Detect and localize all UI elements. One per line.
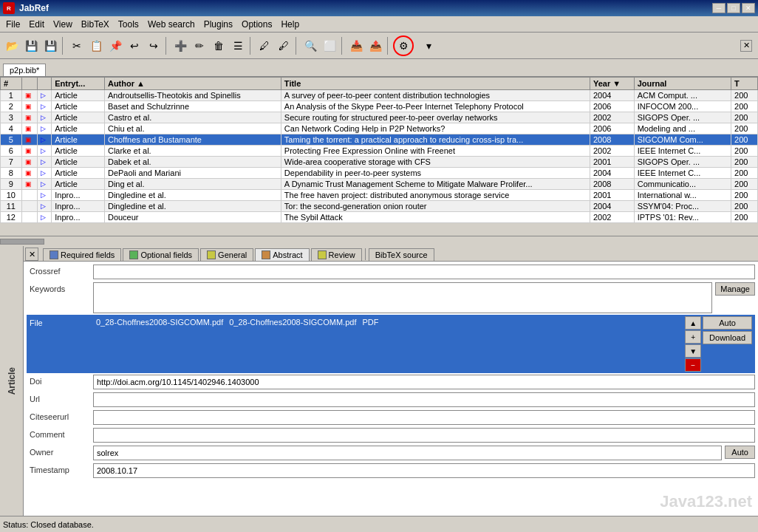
menu-help[interactable]: Help (276, 18, 304, 31)
delete-entry-button[interactable]: 🗑 (210, 37, 228, 55)
mark-button[interactable]: 🖊 (256, 37, 273, 55)
table-row[interactable]: 5 ▣ ▷ Article Choffnes and Bustamante Ta… (1, 134, 758, 146)
file-download-button[interactable]: Download (703, 331, 752, 344)
keywords-input[interactable] (93, 282, 712, 313)
edit-entry-button[interactable]: ✏ (191, 37, 208, 55)
col-header-t[interactable]: T (731, 78, 758, 90)
menu-bibtex[interactable]: BibTeX (77, 18, 114, 31)
row-type: Article (52, 168, 105, 179)
row-title: A survey of peer-to-peer content distrib… (281, 90, 590, 101)
tab-required[interactable]: Required fields (43, 248, 121, 261)
col-header-title[interactable]: Title (281, 78, 590, 90)
table-row[interactable]: 8 ▣ ▷ Article DePaoli and Mariani Depend… (1, 168, 758, 179)
table-row[interactable]: 7 ▣ ▷ Article Dabek et al. Wide-area coo… (1, 157, 758, 168)
close-tab-button[interactable]: ✕ (25, 248, 38, 261)
table-row[interactable]: 12 ▷ Inpro... Douceur The Sybil Attack 2… (1, 212, 758, 223)
file-tab-p2p[interactable]: p2p.bib* (3, 64, 46, 76)
row-num: 2 (1, 101, 22, 112)
new-entry-button[interactable]: ➕ (171, 37, 189, 55)
redo-button[interactable]: ↪ (145, 37, 163, 55)
table-row[interactable]: 3 ▣ ▷ Article Castro et al. Secure routi… (1, 112, 758, 123)
list-view-button[interactable]: ☰ (229, 37, 247, 55)
row-num: 5 (1, 134, 22, 146)
file-auto-button[interactable]: Auto (703, 316, 752, 330)
row-journal: ACM Comput. ... (634, 90, 731, 101)
tab-review-color (318, 250, 327, 259)
tab-general-label: General (218, 250, 247, 259)
owner-auto-button[interactable]: Auto (725, 446, 755, 459)
maximize-button[interactable]: □ (727, 3, 740, 13)
comment-input[interactable] (93, 428, 755, 443)
file-entry-display[interactable]: 0_28-Choffnes2008-SIGCOMM.pdf 0_28-Choff… (93, 316, 685, 328)
file-down-button[interactable]: ▼ (685, 344, 701, 358)
crossref-input[interactable] (93, 265, 755, 279)
full-text-button[interactable]: ⬜ (321, 37, 338, 55)
export-button[interactable]: 📤 (366, 37, 384, 55)
close-panel-button[interactable]: ✕ (740, 40, 752, 52)
row-num: 3 (1, 112, 22, 123)
file-name-1: 0_28-Choffnes2008-SIGCOMM.pdf (96, 318, 223, 327)
table-hscrollbar[interactable] (0, 236, 758, 246)
col-header-journal[interactable]: Journal (634, 78, 731, 90)
col-header-author[interactable]: Author ▲ (104, 78, 281, 90)
tab-optional[interactable]: Optional fields (123, 248, 199, 261)
table-row[interactable]: 11 ▷ Inpro... Dingledine et al. Tor: the… (1, 201, 758, 212)
save-button[interactable]: 💾 (22, 37, 40, 55)
citeseerurl-input[interactable] (93, 410, 755, 425)
undo-button[interactable]: ↩ (126, 37, 143, 55)
import-button[interactable]: 📥 (347, 37, 365, 55)
tab-required-label: Required fields (61, 250, 115, 259)
row-pdf-icon (21, 201, 38, 212)
manage-button[interactable]: Manage (715, 282, 755, 296)
doi-input[interactable] (93, 375, 755, 389)
minimize-button[interactable]: ─ (712, 3, 725, 13)
dropdown-button[interactable]: ▾ (415, 37, 442, 55)
url-input[interactable] (93, 392, 755, 407)
row-author: Baset and Schulzrinne (104, 101, 281, 112)
col-header-type[interactable]: Entryt... (52, 78, 105, 90)
row-type: Inpro... (52, 212, 105, 223)
menu-options[interactable]: Options (237, 18, 276, 31)
menu-tools[interactable]: Tools (114, 18, 143, 31)
owner-input[interactable] (93, 446, 722, 460)
tab-general[interactable]: General (200, 248, 253, 261)
row-num: 11 (1, 201, 22, 212)
cut-button[interactable]: ✂ (68, 37, 86, 55)
tab-review[interactable]: Review (311, 248, 362, 261)
close-button[interactable]: ✕ (742, 3, 755, 13)
file-remove-button[interactable]: − (685, 358, 701, 372)
special-action-button[interactable]: ⚙ (393, 35, 414, 56)
tab-bibtex[interactable]: BibTeX source (369, 248, 434, 261)
row-journal: International w... (634, 190, 731, 201)
menu-view[interactable]: View (49, 18, 77, 31)
copy-button[interactable]: 📋 (87, 37, 105, 55)
row-title: Dependability in peer-to-peer systems (281, 168, 590, 179)
timestamp-input[interactable] (93, 463, 755, 478)
paste-button[interactable]: 📌 (106, 37, 124, 55)
entry-table-container[interactable]: # Entryt... Author ▲ Title Year ▼ Journa… (0, 77, 758, 236)
table-row[interactable]: 10 ▷ Inpro... Dingledine et al. The free… (1, 190, 758, 201)
menu-file[interactable]: File (1, 18, 24, 31)
unmark-button[interactable]: 🖋 (275, 37, 293, 55)
row-num: 4 (1, 123, 22, 134)
menu-websearch[interactable]: Web search (143, 18, 199, 31)
table-row[interactable]: 1 ▣ ▷ Article Androutsellis-Theotokis an… (1, 90, 758, 101)
open-button[interactable]: 📂 (3, 37, 21, 55)
table-row[interactable]: 2 ▣ ▷ Article Baset and Schulzrinne An A… (1, 101, 758, 112)
menu-edit[interactable]: Edit (24, 18, 49, 31)
table-row[interactable]: 6 ▣ ▷ Article Clarke et al. Protecting F… (1, 146, 758, 157)
search-button[interactable]: 🔍 (301, 37, 319, 55)
table-row[interactable]: 4 ▣ ▷ Article Chiu et al. Can Network Co… (1, 123, 758, 134)
table-row[interactable]: 9 ▣ ▷ Article Ding et al. A Dynamic Trus… (1, 179, 758, 190)
menu-plugins[interactable]: Plugins (199, 18, 237, 31)
url-label: Url (27, 392, 93, 406)
col-header-year[interactable]: Year ▼ (590, 78, 634, 90)
row-t: 200 (731, 112, 758, 123)
row-title: Taming the torrent: a practical approach… (281, 134, 590, 146)
save-as-button[interactable]: 💾 (41, 37, 59, 55)
col-header-num[interactable]: # (1, 78, 22, 90)
file-up-button[interactable]: ▲ (685, 316, 701, 330)
tab-abstract[interactable]: Abstract (255, 248, 309, 261)
row-pdf-icon: ▣ (21, 90, 38, 101)
file-add-button[interactable]: + (685, 330, 701, 344)
